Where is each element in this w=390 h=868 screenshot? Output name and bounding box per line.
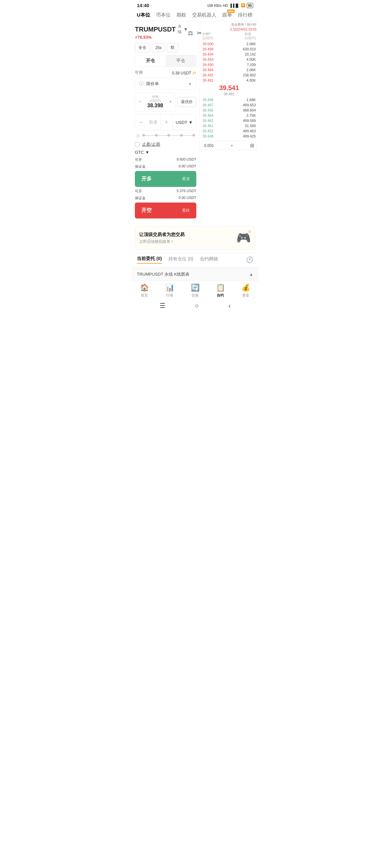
tab-current-orders[interactable]: 当前委托 (0) <box>137 256 162 264</box>
stop-loss-label[interactable]: 止盈/止损 <box>142 142 160 147</box>
main-area: TRUMPUSDT 永续 ▼ +78.93% ⚖ ✂ ··· 全仓 25x 联 … <box>132 21 258 223</box>
order-type-selector[interactable]: ⓘ 限价单 ▼ <box>135 78 196 90</box>
slider-dot-0[interactable] <box>142 134 145 136</box>
qty-unit-label: USDT <box>176 120 187 125</box>
open-short-btn[interactable]: 开空 看跌 <box>135 203 196 218</box>
slider-dot-25[interactable] <box>155 134 158 136</box>
funding-value: 0.1032%/01:19:55 <box>230 28 256 31</box>
price-label: 价格(USDT) <box>144 94 166 103</box>
open-long-btn[interactable]: 开多 看涨 <box>135 171 196 187</box>
ob-buy-row: 39.468 1.68K <box>202 97 256 102</box>
ob-sell-row: 39.482 236.892 <box>202 72 256 78</box>
back-btn[interactable]: ‹ <box>228 302 231 309</box>
nav-u-base[interactable]: U本位 <box>137 12 150 18</box>
price-increase-btn[interactable]: + <box>166 94 175 110</box>
long-btn-main: 开多 <box>141 176 152 182</box>
menu-btn[interactable]: ☰ <box>160 302 165 309</box>
banner-subtitle: 立即启动模拟跟单！ <box>139 239 185 245</box>
ob-buy-row: 39.467 499.653 <box>202 102 256 107</box>
slider-handle[interactable]: ◇ <box>136 133 140 138</box>
long-margin-row: 保证金 0.00 USDT <box>135 164 196 169</box>
nav-ranking[interactable]: 排行榜 <box>238 12 253 18</box>
long-margin-info: 可开 9.600 USDT <box>135 157 196 162</box>
short-can-open-val: 5.376 USDT <box>176 189 196 194</box>
nav-contract[interactable]: 📋 合约 <box>208 283 233 298</box>
status-bar: 14:40 108 KB/s HD ▐▐▐▌ 🛜 95 <box>132 0 258 9</box>
order-history-icon[interactable]: 🕐 <box>246 256 253 263</box>
slider-dot-75[interactable] <box>180 134 183 136</box>
nav-options[interactable]: 期权 <box>176 12 186 18</box>
ob-view-toggle[interactable]: ⊞ <box>250 143 254 149</box>
qty-unit-arrow: ▼ <box>189 120 193 125</box>
left-panel: TRUMPUSDT 永续 ▼ +78.93% ⚖ ✂ ··· 全仓 25x 联 … <box>132 21 200 223</box>
short-margin-row: 保证金 0.00 USDT <box>135 196 196 200</box>
qty-increase-btn[interactable]: + <box>161 115 172 130</box>
divider-1 <box>132 267 258 267</box>
kline-bar[interactable]: TRUMPUSDT 永续 K线图表 ▲ <box>132 268 258 281</box>
top-nav: U本位 币本位 期权 交易机器人 跟单 New 排行榜 <box>132 9 258 21</box>
qty-input[interactable]: 数量 <box>147 115 160 130</box>
stop-loss-checkbox[interactable] <box>135 142 139 147</box>
order-type-arrow: ▼ <box>188 82 192 87</box>
slider-track[interactable] <box>142 135 195 136</box>
qty-decrease-btn[interactable]: − <box>135 115 147 130</box>
order-book: 资金费率 / 倒计时 0.1032%/01:19:55 价格(USDT) 数量(… <box>200 21 258 223</box>
bottom-nav: 🏠 首页 📊 行情 🔄 交易 📋 合约 💰 资金 <box>132 281 258 299</box>
ob-buy-row: 39.452 499.463 <box>202 128 256 134</box>
kline-label: TRUMPUSDT 永续 K线图表 <box>137 272 190 277</box>
market-label: 行情 <box>166 293 173 298</box>
slider-dot-50[interactable] <box>167 134 170 136</box>
pair-info: TRUMPUSDT 永续 ▼ +78.93% <box>135 24 188 42</box>
stop-loss-row: 止盈/止损 <box>135 142 196 147</box>
price-value[interactable]: 38.398 <box>144 103 166 110</box>
short-can-open-label: 可开 <box>135 189 142 194</box>
banner: 让顶级交易者为您交易 立即启动模拟跟单！ 🎮 ✕ <box>135 226 255 250</box>
contract-label: 合约 <box>217 293 224 298</box>
short-margin-val: 0.00 USDT <box>179 196 196 200</box>
slider-dot-100[interactable] <box>192 134 195 136</box>
price-decrease-btn[interactable]: − <box>135 94 144 110</box>
ob-qty-unit-arrow[interactable]: ▼ <box>230 144 234 148</box>
tab-positions[interactable]: 持有仓位 (0) <box>168 256 193 263</box>
leverage-btn[interactable]: 25x <box>152 43 165 52</box>
qty-unit-selector[interactable]: USDT ▼ <box>172 115 196 130</box>
pair-change: +78.93% <box>135 35 188 40</box>
nav-market[interactable]: 📊 行情 <box>157 283 182 298</box>
nav-coin-base[interactable]: 币本位 <box>156 12 171 18</box>
nav-trade[interactable]: 🔄 交易 <box>182 283 208 298</box>
ob-buy-row: 39.449 499.425 <box>202 134 256 139</box>
funding-rate-row: 资金费率 / 倒计时 <box>202 23 256 27</box>
ob-header: 价格(USDT) 数量(USDT) <box>202 32 256 40</box>
nav-robot[interactable]: 交易机器人 <box>192 12 217 18</box>
margin-mode-btn[interactable]: 联 <box>167 43 178 52</box>
nav-copy-trade[interactable]: 跟单 New <box>222 12 232 18</box>
home-btn[interactable]: ○ <box>195 302 199 309</box>
pair-dropdown[interactable]: ▼ <box>184 27 188 32</box>
ob-sell-row: 39.484 2.06K <box>202 67 256 72</box>
tab-grid[interactable]: 合约网格 <box>200 256 218 263</box>
signal-icon: ▐▐▐▌ <box>229 4 239 7</box>
long-margin-label: 保证金 <box>135 164 145 169</box>
bottom-tabs: 当前委托 (0) 持有仓位 (0) 合约网格 🕐 <box>132 253 258 266</box>
best-price-btn[interactable]: 最优价 <box>177 97 196 107</box>
nav-funds[interactable]: 💰 资金 <box>233 283 258 298</box>
ob-buy-row: 39.464 2.75K <box>202 113 256 118</box>
short-margin-info: 可开 5.376 USDT <box>135 189 196 194</box>
tab-close[interactable]: 平仓 <box>166 55 196 66</box>
pair-tag: 永续 <box>178 24 182 35</box>
home-label: 首页 <box>141 293 148 298</box>
equalizer-icon[interactable]: ⚖ <box>188 30 193 37</box>
ob-current-price: 39.541 <box>202 84 256 92</box>
full-position-btn[interactable]: 全仓 <box>135 43 150 52</box>
kline-toggle[interactable]: ▲ <box>249 272 253 277</box>
nav-home[interactable]: 🏠 首页 <box>132 283 157 298</box>
ob-sell-row: 39.493 4.00K <box>202 57 256 62</box>
order-type-label: 限价单 <box>146 81 159 87</box>
banner-close-btn[interactable]: ✕ <box>248 229 252 235</box>
short-btn-sub: 看跌 <box>182 208 190 213</box>
funds-label: 资金 <box>242 293 249 298</box>
long-can-open-label: 可开 <box>135 157 142 162</box>
tab-open[interactable]: 开仓 <box>135 55 166 66</box>
gtc-selector[interactable]: GTC ▼ <box>135 150 196 155</box>
transfer-icon[interactable]: ⇄ <box>192 70 196 75</box>
